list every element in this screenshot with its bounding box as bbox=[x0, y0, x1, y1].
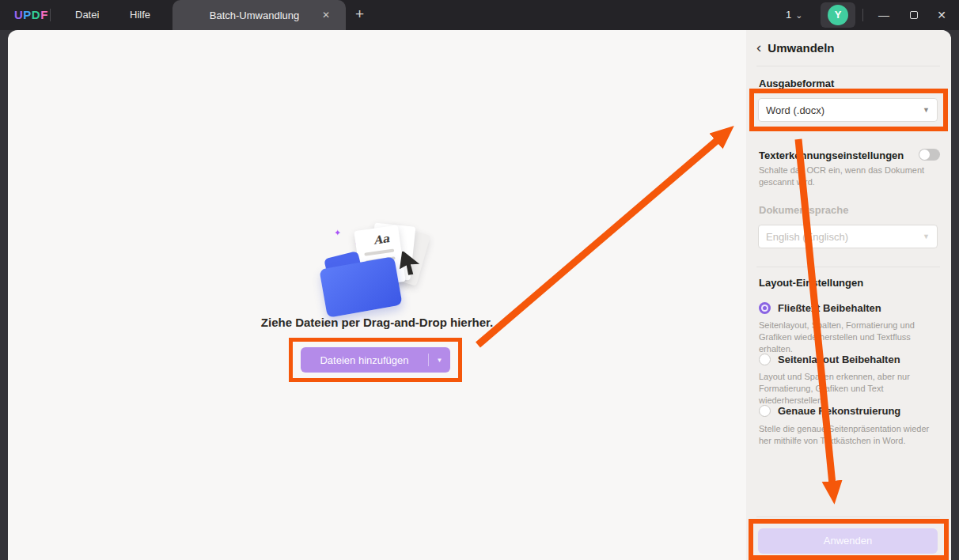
tab-label: Batch-Umwandlung bbox=[172, 9, 322, 21]
radio-genaue-rekonstruierung[interactable]: Genaue Rekonstruierung bbox=[759, 405, 900, 417]
layout-settings-label: Layout-Einstellungen bbox=[759, 277, 863, 289]
ocr-settings-label: Texterkennungseinstellungen bbox=[759, 149, 904, 161]
logo-letter: F bbox=[40, 8, 48, 21]
maximize-icon bbox=[910, 11, 918, 19]
tab-close-icon[interactable]: ✕ bbox=[322, 9, 346, 21]
convert-panel: ‹ Umwandeln Ausgabeformat Word (.docx) ▼… bbox=[746, 30, 951, 560]
add-files-button[interactable]: Dateien hinzufügen ▼ bbox=[301, 347, 450, 373]
chevron-down-icon: ▼ bbox=[923, 233, 930, 240]
drop-zone-text: Ziehe Dateien per Drag-and-Drop hierher. bbox=[8, 316, 746, 329]
output-format-dropdown[interactable]: Word (.docx) ▼ bbox=[758, 98, 938, 122]
radio-label: Seitenlayout Beibehalten bbox=[778, 354, 900, 365]
divider bbox=[756, 516, 940, 517]
chevron-down-icon: ▼ bbox=[923, 106, 930, 114]
titlebar-divider bbox=[50, 9, 51, 21]
avatar: Y bbox=[828, 5, 848, 25]
ocr-toggle[interactable] bbox=[919, 149, 940, 161]
chevron-down-icon[interactable]: ▼ bbox=[429, 357, 450, 364]
output-format-label: Ausgabeformat bbox=[759, 78, 834, 89]
language-value: English (Englisch) bbox=[766, 231, 923, 243]
minimize-button[interactable]: — bbox=[870, 0, 897, 30]
sparkle-icon: ✦ bbox=[334, 228, 341, 238]
language-dropdown[interactable]: English (Englisch) ▼ bbox=[758, 225, 938, 248]
radio-selected-icon bbox=[759, 302, 771, 314]
page-count-dropdown[interactable]: 1⌄ bbox=[786, 0, 802, 30]
cursor-icon bbox=[399, 252, 423, 277]
radio-description: Stelle die genaue Seitenpräsentation wie… bbox=[759, 423, 930, 447]
tab-batch-umwandlung[interactable]: Batch-Umwandlung ✕ bbox=[172, 0, 346, 30]
chevron-down-icon: ⌄ bbox=[795, 10, 802, 20]
drop-zone[interactable]: ✦ ✦ Aa ✦ Ziehe Dateien per Drag-and-Drop… bbox=[8, 30, 746, 560]
language-label: Dokumentsprache bbox=[759, 204, 848, 216]
radio-icon bbox=[759, 354, 771, 365]
radio-label: Genaue Rekonstruierung bbox=[778, 405, 900, 417]
apply-button[interactable]: Anwenden bbox=[758, 528, 938, 554]
menu-datei[interactable]: Datei bbox=[75, 0, 99, 30]
panel-title: Umwandeln bbox=[768, 41, 834, 55]
radio-description: Seitenlayout, Spalten, Formatierung und … bbox=[759, 320, 930, 355]
content-window: ✦ ✦ Aa ✦ Ziehe Dateien per Drag-and-Drop… bbox=[8, 30, 951, 560]
page-count-value: 1 bbox=[786, 9, 791, 21]
add-files-label: Dateien hinzufügen bbox=[301, 354, 428, 366]
close-button[interactable]: ✕ bbox=[928, 0, 955, 30]
logo-letter: D bbox=[32, 8, 40, 21]
panel-back-button[interactable]: ‹ Umwandeln bbox=[756, 40, 835, 55]
output-format-value: Word (.docx) bbox=[766, 104, 923, 116]
maximize-button[interactable] bbox=[900, 0, 927, 30]
menu-hilfe[interactable]: Hilfe bbox=[130, 0, 150, 30]
files-illustration: ✦ ✦ Aa ✦ bbox=[323, 223, 442, 314]
back-chevron-icon: ‹ bbox=[756, 40, 761, 55]
radio-fliesstext-beibehalten[interactable]: Fließtext Beibehalten bbox=[759, 302, 881, 314]
account-button[interactable]: Y bbox=[821, 2, 855, 28]
radio-seitenlayout-beibehalten[interactable]: Seitenlayout Beibehalten bbox=[759, 354, 900, 365]
new-tab-icon[interactable]: + bbox=[355, 0, 364, 30]
radio-label: Fließtext Beibehalten bbox=[778, 302, 881, 314]
toggle-knob bbox=[919, 149, 930, 160]
ocr-description: Schalte das OCR ein, wenn das Dokument g… bbox=[759, 165, 930, 188]
radio-icon bbox=[759, 405, 771, 417]
divider bbox=[756, 66, 940, 66]
updf-logo: UPDF bbox=[14, 0, 48, 30]
divider bbox=[756, 267, 940, 267]
document-line bbox=[364, 248, 394, 255]
document-aa-text: Aa bbox=[362, 232, 393, 248]
radio-description: Layout und Spalten erkennen, aber nur Fo… bbox=[759, 371, 930, 407]
logo-letter: U bbox=[14, 8, 23, 21]
titlebar-divider bbox=[862, 9, 863, 21]
logo-letter: P bbox=[23, 8, 32, 21]
titlebar: UPDF Datei Hilfe Batch-Umwandlung ✕ + 1⌄… bbox=[0, 0, 959, 30]
